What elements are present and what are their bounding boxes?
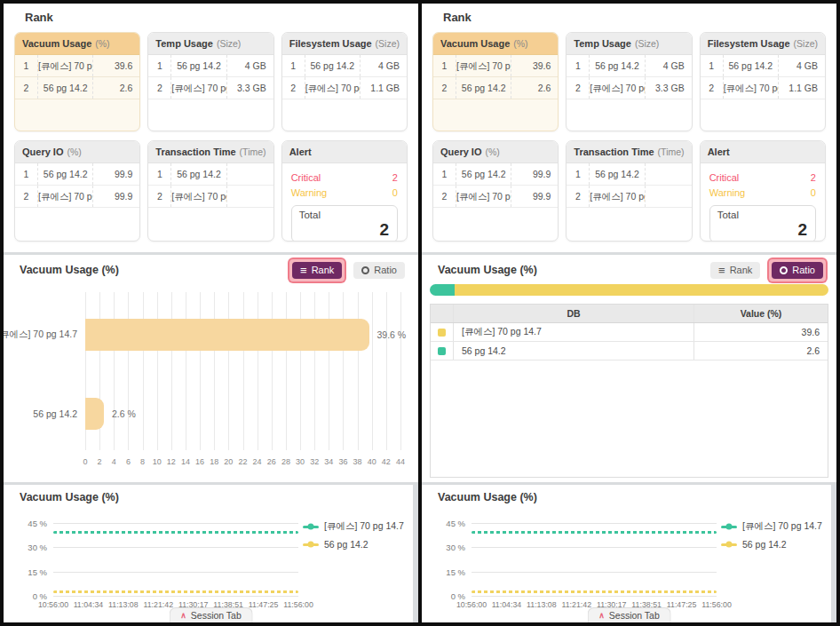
rank-section-title: Rank bbox=[25, 11, 409, 24]
dashboard-panel-left: Rank Vacuum Usage(%)1[큐에스] 70 pg...39.62… bbox=[4, 4, 418, 622]
db-cell: 56 pg 14.2 bbox=[38, 163, 93, 185]
alert-card[interactable]: AlertCritical2Warning0Total2 bbox=[700, 140, 826, 242]
card-unit: (Size) bbox=[794, 38, 818, 49]
scrollbar-track[interactable] bbox=[831, 485, 836, 622]
rank-card[interactable]: Temp Usage(Size)156 pg 14.24 GB2[큐에스] 70… bbox=[147, 32, 273, 131]
rank-view-button[interactable]: ≡ Rank bbox=[710, 262, 760, 279]
x-tick-label: 11:13:08 bbox=[108, 600, 139, 609]
y-tick-label: 45 % bbox=[446, 519, 465, 528]
x-tick-label: 10:56:00 bbox=[456, 600, 487, 609]
rank-cell: 2 bbox=[567, 77, 590, 99]
y-tick-label: 30 % bbox=[28, 543, 47, 552]
bar-gridline bbox=[314, 292, 315, 450]
warning-count: 0 bbox=[811, 187, 816, 198]
card-header: Filesystem Usage(Size) bbox=[282, 33, 407, 55]
trend-series-line bbox=[53, 590, 298, 593]
db-column-header: DB bbox=[454, 305, 694, 322]
value-cell: 4 GB bbox=[227, 55, 273, 76]
rank-card[interactable]: Filesystem Usage(Size)156 pg 14.24 GB2[큐… bbox=[700, 32, 826, 131]
bar-gridline bbox=[386, 292, 387, 450]
rank-row: 156 pg 14.24 GB bbox=[567, 55, 691, 77]
y-tick-label: 15 % bbox=[446, 567, 465, 576]
rank-row: 156 pg 14.299.9 bbox=[15, 163, 139, 186]
legend-dot-icon bbox=[726, 524, 733, 530]
view-toggle-group: ≡ Rank Ratio bbox=[288, 258, 409, 283]
y-tick-label: 0 % bbox=[451, 591, 465, 601]
x-tick-label: 11:13:08 bbox=[527, 600, 557, 609]
ratio-table: DB Value (%) [큐에스] 70 pg 14.739.656 pg 1… bbox=[430, 304, 828, 478]
legend-line-icon bbox=[721, 526, 737, 528]
rank-card[interactable]: Query IO(%)156 pg 14.299.92[큐에스] 70 pg..… bbox=[14, 140, 140, 242]
rank-view-button[interactable]: ≡ Rank bbox=[292, 262, 342, 279]
x-tick-label: 11:04:34 bbox=[492, 600, 522, 609]
db-cell: [큐에스] 70 pg... bbox=[171, 77, 226, 99]
rank-cell: 1 bbox=[567, 55, 590, 76]
bar-gridline bbox=[214, 292, 215, 450]
total-value: 2 bbox=[797, 220, 807, 240]
rank-card[interactable]: Query IO(%)156 pg 14.299.92[큐에스] 70 pg..… bbox=[432, 140, 559, 242]
bar-x-tick-label: 34 bbox=[324, 457, 333, 466]
rank-cell: 2 bbox=[148, 186, 171, 207]
card-title: Transaction Time bbox=[155, 147, 235, 157]
warning-label: Warning bbox=[291, 187, 328, 198]
bar-category-label: [큐에스] 70 pg 14.7 bbox=[4, 329, 77, 341]
card-title: Temp Usage bbox=[574, 38, 631, 49]
db-cell: [큐에스] 70 pg... bbox=[305, 77, 361, 99]
legend-item: 56 pg 14.2 bbox=[721, 539, 833, 550]
ratio-gear-icon bbox=[361, 266, 369, 274]
rank-cell: 1 bbox=[148, 55, 171, 76]
total-value: 2 bbox=[379, 220, 389, 240]
value-cell bbox=[646, 186, 692, 207]
ratio-view-button[interactable]: Ratio bbox=[772, 262, 823, 279]
bar bbox=[85, 319, 369, 351]
bar-gridline bbox=[300, 292, 301, 450]
rank-row: 256 pg 14.22.6 bbox=[15, 77, 139, 99]
bar-x-tick-label: 6 bbox=[126, 457, 131, 466]
alert-card[interactable]: AlertCritical2Warning0Total2 bbox=[281, 140, 408, 242]
card-header: Query IO(%) bbox=[15, 141, 139, 163]
ratio-button-highlight: Ratio bbox=[349, 258, 409, 283]
vacuum-usage-section: Vacuum Usage (%) ≡ Rank Ratio [큐에스] 70 p bbox=[422, 255, 836, 482]
bar bbox=[85, 398, 104, 430]
ratio-view-button[interactable]: Ratio bbox=[353, 262, 405, 279]
rank-card[interactable]: Filesystem Usage(Size)156 pg 14.24 GB2[큐… bbox=[281, 32, 408, 131]
value-cell: 4 GB bbox=[646, 55, 692, 76]
rank-card[interactable]: Transaction Time(Time)156 pg 14.22[큐에스] … bbox=[566, 140, 692, 242]
rank-card[interactable]: Vacuum Usage(%)1[큐에스] 70 pg...39.6256 pg… bbox=[432, 32, 559, 131]
rank-button-highlight: ≡ Rank bbox=[288, 258, 346, 283]
y-tick-label: 45 % bbox=[28, 519, 47, 528]
bar-plot-area: [큐에스] 70 pg 14.739.6 %56 pg 14.22.6 % bbox=[85, 292, 400, 450]
bar-gridline bbox=[358, 292, 359, 450]
rank-card[interactable]: Temp Usage(Size)156 pg 14.24 GB2[큐에스] 70… bbox=[566, 32, 692, 131]
session-tab[interactable]: ∧ Session Tab bbox=[587, 607, 671, 622]
bar-gridline bbox=[186, 292, 186, 450]
db-cell: 56 pg 14.2 bbox=[171, 55, 226, 76]
card-unit: (%) bbox=[513, 38, 527, 49]
rank-list-icon: ≡ bbox=[718, 265, 725, 276]
rank-card[interactable]: Transaction Time(Time)156 pg 14.22[큐에스] … bbox=[147, 140, 273, 242]
bar-gridline bbox=[372, 292, 373, 450]
legend-line-icon bbox=[303, 526, 319, 528]
bar-x-tick-label: 10 bbox=[153, 457, 162, 466]
trend-plot-area: 45 %30 %15 %0 % bbox=[53, 523, 298, 596]
x-tick-label: 11:21:42 bbox=[143, 600, 173, 609]
card-unit: (Size) bbox=[376, 38, 400, 49]
total-label: Total bbox=[717, 210, 808, 220]
card-header: Temp Usage(Size) bbox=[148, 33, 273, 55]
bar-gridline bbox=[243, 292, 244, 450]
session-tab-label: Session Tab bbox=[191, 610, 242, 621]
db-cell: [큐에스] 70 pg... bbox=[38, 55, 93, 76]
critical-label: Critical bbox=[709, 172, 740, 183]
value-cell bbox=[227, 186, 273, 207]
rank-card[interactable]: Vacuum Usage(%)1[큐에스] 70 pg...39.6256 pg… bbox=[14, 32, 140, 131]
card-header: Temp Usage(Size) bbox=[567, 33, 691, 55]
rank-row: 2[큐에스] 70 pg...99.9 bbox=[15, 186, 139, 208]
session-tab[interactable]: ∧ Session Tab bbox=[169, 607, 253, 622]
bar-gridline bbox=[258, 292, 258, 450]
legend-label: [큐에스] 70 pg 14.7 bbox=[324, 520, 404, 533]
gridline bbox=[472, 572, 717, 573]
scrollbar-track[interactable] bbox=[413, 485, 418, 622]
x-tick-label: 11:47:25 bbox=[667, 600, 697, 609]
rank-section-title: Rank bbox=[443, 11, 828, 24]
value-cell: 3.3 GB bbox=[646, 77, 692, 99]
